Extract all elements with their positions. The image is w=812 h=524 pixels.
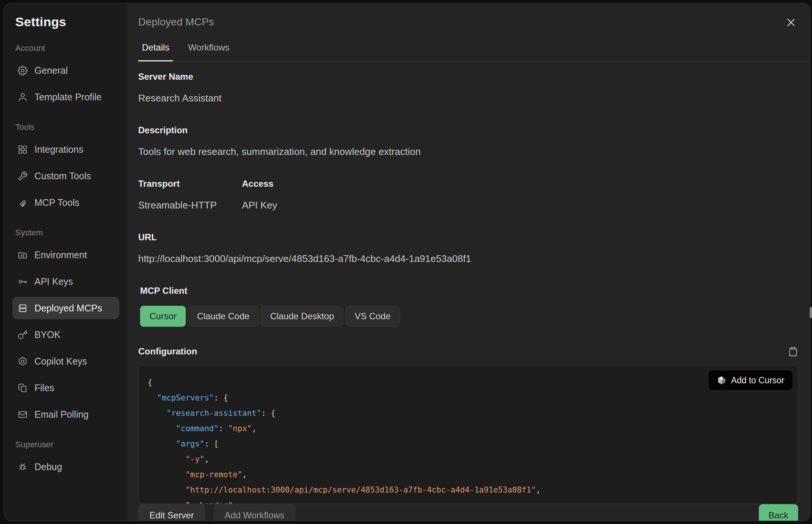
edit-server-button[interactable]: Edit Server — [138, 504, 205, 521]
add-to-cursor-button[interactable]: Add to Cursor — [709, 371, 793, 390]
sidebar-item-byok[interactable]: BYOK — [12, 323, 119, 346]
nut-icon — [18, 356, 28, 366]
sidebar-item-integrations[interactable]: Integrations — [12, 138, 119, 161]
code-line: "args": [ — [148, 436, 798, 452]
transport-label: Transport — [138, 179, 242, 189]
code-line: "research-assistant": { — [148, 406, 798, 421]
sidebar-section-label: Account — [15, 43, 119, 53]
sidebar-item-label: Deployed MCPs — [34, 303, 102, 314]
sidebar-item-label: Debug — [34, 461, 62, 472]
access-label: Access — [242, 179, 798, 189]
settings-modal: Settings AccountGeneralTemplate ProfileT… — [4, 3, 811, 521]
sidebar-item-deployed-mcps[interactable]: Deployed MCPs — [12, 297, 119, 319]
client-button-vs-code[interactable]: VS Code — [345, 306, 400, 327]
code-lines: { "mcpServers": { "research-assistant": … — [148, 375, 798, 504]
panel-title: Deployed MCPs — [138, 16, 795, 28]
client-button-claude-desktop[interactable]: Claude Desktop — [261, 306, 343, 327]
clipboard-icon — [788, 347, 798, 357]
deployed-mcps-panel: Deployed MCPs DetailsWorkflows Server Na… — [128, 3, 810, 521]
sidebar-item-files[interactable]: Files — [12, 377, 119, 399]
back-button[interactable]: Back — [759, 504, 798, 521]
server-icon — [18, 303, 28, 313]
add-to-cursor-label: Add to Cursor — [731, 375, 784, 386]
sidebar-item-label: General — [34, 65, 68, 76]
add-workflows-button[interactable]: Add Workflows — [213, 504, 296, 521]
sidebar-item-label: Files — [34, 383, 54, 393]
page-scrollbar-thumb[interactable] — [810, 307, 812, 318]
description-value: Tools for web research, summarization, a… — [138, 146, 798, 158]
sidebar-item-label: Custom Tools — [34, 171, 91, 182]
code-line: "mcpServers": { — [148, 390, 798, 406]
sidebar-sections: AccountGeneralTemplate ProfileToolsInteg… — [12, 43, 119, 478]
sidebar-item-api-keys[interactable]: API Keys — [12, 270, 119, 293]
key-diagonal-icon — [18, 330, 28, 340]
sidebar-item-environment[interactable]: Environment — [12, 244, 119, 266]
panel-header: Deployed MCPs — [128, 3, 810, 28]
url-label: URL — [138, 232, 798, 243]
server-name-label: Server Name — [138, 71, 798, 82]
access-value: API Key — [242, 199, 798, 211]
sidebar-item-template-profile[interactable]: Template Profile — [12, 86, 119, 108]
sidebar-item-mcp-tools[interactable]: MCP Tools — [12, 191, 119, 214]
sidebar-item-label: Environment — [34, 250, 87, 261]
footer-actions: Edit Server Add Workflows Back — [128, 504, 810, 521]
sidebar-item-label: Copilot Keys — [34, 356, 87, 367]
sidebar-section-label: Tools — [15, 122, 119, 132]
client-button-claude-code[interactable]: Claude Code — [188, 306, 259, 327]
bug-icon — [18, 462, 28, 472]
paperclip-icon — [18, 198, 28, 208]
sidebar-item-label: Email Polling — [34, 409, 89, 420]
cursor-logo-icon — [717, 375, 727, 385]
mcp-client-label: MCP Client — [140, 286, 798, 296]
sidebar-item-email-polling[interactable]: Email Polling — [12, 403, 119, 426]
mcp-client-section: MCP Client CursorClaude CodeClaude Deskt… — [140, 286, 798, 327]
code-line: "command": "npx", — [148, 421, 798, 436]
sidebar-item-label: MCP Tools — [34, 197, 79, 208]
url-value: http://localhost:3000/api/mcp/serve/4853… — [138, 253, 798, 265]
configuration-code-block[interactable]: { "mcpServers": { "research-assistant": … — [138, 365, 798, 504]
sidebar-item-label: API Keys — [34, 276, 73, 287]
code-line: { — [148, 375, 798, 390]
code-line: "--header" — [148, 498, 798, 504]
configuration-label: Configuration — [138, 346, 197, 357]
sidebar-item-debug[interactable]: Debug — [12, 456, 119, 478]
tab-bar: DetailsWorkflows — [138, 39, 810, 62]
transport-value: Streamable-HTTP — [138, 199, 242, 211]
close-button[interactable] — [785, 16, 797, 29]
blocks-icon — [18, 144, 28, 155]
settings-sidebar: Settings AccountGeneralTemplate ProfileT… — [4, 3, 128, 521]
sidebar-section-label: Superuser — [15, 440, 119, 450]
close-icon — [785, 16, 797, 29]
person-icon — [18, 92, 28, 102]
sidebar-item-label: Integrations — [34, 144, 84, 155]
code-line: "-y", — [148, 452, 798, 467]
code-line: "mcp-remote", — [148, 467, 798, 482]
code-line: "http://localhost:3000/api/mcp/serve/485… — [148, 482, 798, 498]
sidebar-section-label: System — [15, 228, 119, 238]
description-label: Description — [138, 125, 798, 135]
gear-icon — [18, 66, 28, 76]
files-icon — [18, 383, 28, 393]
copy-button[interactable] — [788, 347, 798, 357]
server-name-value: Research Assistant — [138, 92, 798, 104]
folder-code-icon — [18, 250, 28, 260]
mail-icon — [18, 409, 28, 420]
client-button-cursor[interactable]: Cursor — [140, 306, 186, 327]
sidebar-title: Settings — [15, 15, 119, 29]
sidebar-item-general[interactable]: General — [12, 59, 119, 82]
configuration-row: Configuration — [138, 346, 798, 357]
key-icon — [18, 277, 28, 287]
sidebar-item-custom-tools[interactable]: Custom Tools — [12, 165, 119, 187]
transport-access-row: Transport Streamable-HTTP Access API Key — [138, 158, 798, 211]
sidebar-item-label: BYOK — [34, 329, 60, 340]
sidebar-item-copilot-keys[interactable]: Copilot Keys — [12, 350, 119, 372]
wrench-icon — [18, 171, 28, 181]
mcp-client-button-group: CursorClaude CodeClaude DesktopVS Code — [140, 306, 798, 327]
sidebar-item-label: Template Profile — [34, 92, 102, 103]
tab-workflows[interactable]: Workflows — [184, 39, 233, 61]
details-content: Server Name Research Assistant Descripti… — [128, 62, 810, 504]
tab-details[interactable]: Details — [138, 39, 173, 61]
